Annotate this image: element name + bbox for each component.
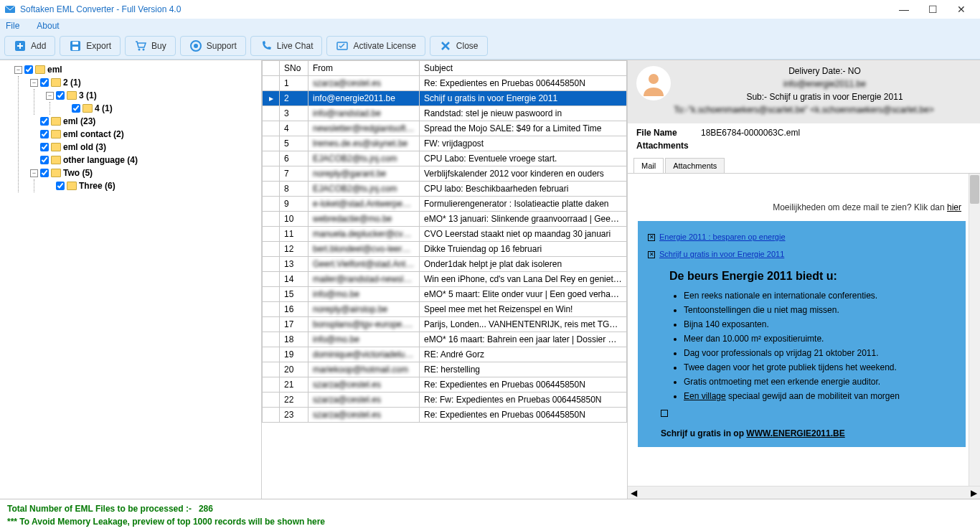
table-row[interactable]: 3info@randstad.beRandstad: stel je nieuw… (263, 106, 627, 121)
table-row[interactable]: 13Geert.Vielfont@stad.Antwerp...Onder1da… (263, 257, 627, 272)
export-button[interactable]: Export (60, 36, 121, 56)
village-link[interactable]: Een village (684, 391, 726, 401)
table-row[interactable]: 7noreply@garant.beVerblijfskalender 2012… (263, 166, 627, 182)
tree-checkbox[interactable] (40, 78, 49, 87)
card-link-2[interactable]: Schrijf u gratis in voor Energie 2011 (659, 250, 784, 258)
maximize-button[interactable]: ☐ (918, 4, 947, 15)
table-row[interactable]: 11manuela.deplucker@cvo-lee...CVO Leerst… (263, 227, 627, 242)
activate-license-button[interactable]: Activate License (326, 36, 425, 56)
col-sno[interactable]: SNo (280, 61, 308, 76)
tree-item[interactable]: other language (4) (30, 154, 258, 166)
close-button[interactable]: Close (430, 36, 488, 56)
table-row[interactable]: 17bonsplans@tgv-europe.emv...Parijs, Lon… (263, 317, 627, 332)
tree-checkbox[interactable] (40, 156, 49, 164)
collapse-icon[interactable]: − (14, 66, 22, 74)
table-row[interactable]: 20mariekoop@hotmail.comRE: herstelling (263, 362, 627, 377)
table-row[interactable]: 1szarza@cestel.esRe: Expedientes en Prue… (263, 76, 627, 91)
table-row[interactable]: 15info@mo.beeMO* 5 maart: Elite onder vu… (263, 287, 627, 302)
minimize-button[interactable]: — (890, 4, 918, 15)
svg-point-5 (138, 49, 141, 51)
cta-link[interactable]: WWW.ENERGIE2011.BE (746, 428, 844, 438)
table-row[interactable]: 23szarza@cestel.esRe: Expedientes en Pru… (263, 408, 627, 423)
menu-about[interactable]: About (37, 21, 59, 31)
cell-from: EJACOB2@ts.jnj.com (308, 151, 420, 166)
row-marker (263, 121, 280, 136)
table-row[interactable]: ▸2info@energie2011.beSchijf u gratis in … (263, 91, 627, 106)
table-row[interactable]: 6EJACOB2@ts.jnj.comCPU Labo: Eventuele v… (263, 151, 627, 166)
table-row[interactable]: 14mailer@randstad-newsletter.beWin een i… (263, 272, 627, 287)
tree-checkbox[interactable] (40, 130, 49, 138)
tree-checkbox[interactable] (24, 65, 33, 74)
mail-body[interactable]: Moeilijkheden om deze mail te zien? Klik… (628, 174, 980, 499)
collapse-icon[interactable]: − (46, 92, 54, 100)
cell-from: info@randstad.be (308, 106, 420, 121)
row-marker (263, 151, 280, 166)
table-row[interactable]: 18info@mo.beeMO* 16 maart: Bahrein een j… (263, 332, 627, 347)
vertical-scrollbar[interactable] (969, 174, 980, 486)
tree-item[interactable]: eml (23) (30, 115, 258, 128)
tree-item[interactable]: −2 (1) (30, 76, 258, 89)
live-chat-button[interactable]: Live Chat (250, 36, 323, 56)
buy-button[interactable]: Buy (125, 36, 176, 56)
tree-checkbox[interactable] (40, 117, 49, 126)
menu-file[interactable]: File (6, 21, 19, 31)
table-row[interactable]: 5lremes.de.es@skynet.beFW: vrijdagpost (263, 136, 627, 151)
add-button[interactable]: Add (4, 36, 55, 56)
collapse-icon[interactable]: − (30, 79, 38, 87)
tab-mail[interactable]: Mail (633, 158, 664, 173)
table-row[interactable]: 4newsletter@redgiantsoftware.Spread the … (263, 121, 627, 136)
tree-item[interactable]: −3 (1) (46, 89, 258, 102)
close-bullet-icon[interactable]: ✕ (648, 251, 655, 258)
app-icon (4, 4, 16, 15)
tree-label: 3 (1) (79, 89, 97, 102)
cell-from: lremes.de.es@skynet.be (308, 136, 420, 151)
scroll-left-icon[interactable]: ◀ (628, 488, 640, 498)
table-row[interactable]: 9e-loket@stad.Antwerpen.beFormulierengen… (263, 197, 627, 212)
table-row[interactable]: 12bert.blondeel@cvo-leerstad.beDikke Tru… (263, 242, 627, 257)
collapse-icon[interactable]: − (30, 169, 38, 177)
message-subject: Sub:- Schijf u gratis in voor Energie 20… (636, 92, 971, 102)
svg-rect-3 (72, 42, 78, 44)
table-row[interactable]: 8EJACOB2@ts.jnj.comCPU labo: Beschikbaar… (263, 182, 627, 197)
table-row[interactable]: 16noreply@airstop.beSpeel mee met het Re… (263, 302, 627, 317)
tree-item[interactable]: eml old (3) (30, 141, 258, 154)
save-icon (69, 39, 82, 52)
list-item: Gratis ontmoeting met een erkende energi… (684, 375, 956, 389)
table-row[interactable]: 22szarza@cestel.esRe: Fw: Expedientes en… (263, 393, 627, 408)
table-row[interactable]: 21szarza@cestel.esRe: Expedientes en Pru… (263, 377, 627, 393)
tree-checkbox[interactable] (40, 143, 49, 151)
cell-sno: 5 (280, 136, 308, 151)
cell-from: newsletter@redgiantsoftware. (308, 121, 420, 136)
cell-from: dominique@victoriadeluxe.be (308, 347, 420, 362)
phone-icon (260, 39, 273, 52)
cell-subject: Formulierengenerator : Isolatieactie pla… (420, 197, 627, 212)
close-bullet-icon[interactable]: ✕ (648, 234, 655, 241)
tree-item[interactable]: eml contact (2) (30, 128, 258, 141)
col-from[interactable]: From (308, 61, 420, 76)
tab-attachments[interactable]: Attachments (665, 158, 725, 173)
trouble-link[interactable]: hier (947, 202, 961, 212)
cell-sno: 18 (280, 332, 308, 347)
tree-checkbox[interactable] (56, 182, 65, 190)
tree-item[interactable]: −Two (5) (30, 166, 258, 179)
tree-item[interactable]: Three (6) (46, 179, 258, 192)
tree-item[interactable]: −eml (14, 63, 258, 76)
tree-item[interactable]: 4 (1) (62, 102, 258, 115)
table-row[interactable]: 10webredactie@mo.beeMO* 13 januari: Slin… (263, 212, 627, 227)
horizontal-scrollbar[interactable]: ◀▶ (628, 486, 980, 499)
list-item: Dag voor professionals op vrijdag 21 okt… (684, 346, 956, 360)
folder-icon (83, 104, 93, 113)
scroll-right-icon[interactable]: ▶ (968, 488, 980, 498)
cell-from: mailer@randstad-newsletter.be (308, 272, 420, 287)
tree-checkbox[interactable] (40, 169, 49, 177)
table-row[interactable]: 19dominique@victoriadeluxe.beRE: André G… (263, 347, 627, 362)
col-subject[interactable]: Subject (420, 61, 627, 76)
email-grid[interactable]: SNo From Subject 1szarza@cestel.esRe: Ex… (262, 60, 627, 499)
tree-checkbox[interactable] (72, 104, 80, 113)
tree-checkbox[interactable] (56, 91, 65, 100)
card-link-1[interactable]: Energie 2011 : besparen op energie (659, 232, 786, 241)
cell-subject: Spread the Mojo SALE: $49 for a Limited … (420, 121, 627, 136)
support-button[interactable]: Support (180, 36, 246, 56)
folder-tree[interactable]: −eml−2 (1)−3 (1)4 (1)eml (23)eml contact… (3, 63, 258, 192)
close-window-button[interactable]: ✕ (947, 4, 976, 15)
